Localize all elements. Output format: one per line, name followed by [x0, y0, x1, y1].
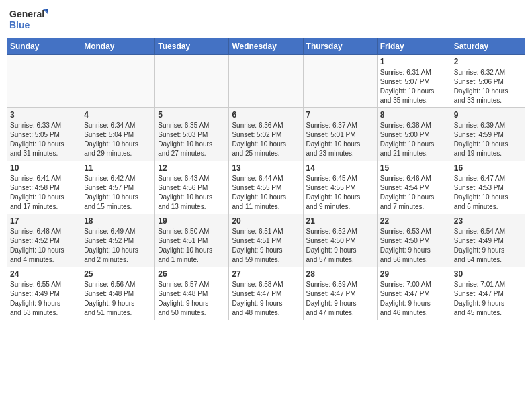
day-info: Sunrise: 6:58 AMSunset: 4:47 PMDaylight:…: [232, 280, 300, 318]
calendar-day-header: Monday: [81, 38, 155, 55]
day-info: Sunrise: 6:55 AMSunset: 4:49 PMDaylight:…: [10, 280, 78, 318]
day-number: 26: [158, 269, 226, 279]
calendar-day-header: Thursday: [303, 38, 377, 55]
day-info: Sunrise: 6:49 AMSunset: 4:52 PMDaylight:…: [84, 227, 152, 265]
day-number: 5: [158, 110, 226, 120]
calendar-week-row: 10Sunrise: 6:41 AMSunset: 4:58 PMDayligh…: [7, 161, 525, 214]
day-info: Sunrise: 7:00 AMSunset: 4:47 PMDaylight:…: [380, 280, 448, 318]
day-info: Sunrise: 6:33 AMSunset: 5:05 PMDaylight:…: [10, 121, 78, 158]
calendar-cell: 11Sunrise: 6:42 AMSunset: 4:57 PMDayligh…: [81, 161, 155, 214]
calendar-cell: 3Sunrise: 6:33 AMSunset: 5:05 PMDaylight…: [7, 108, 81, 161]
day-number: 1: [380, 57, 448, 66]
calendar-week-row: 3Sunrise: 6:33 AMSunset: 5:05 PMDaylight…: [7, 108, 525, 161]
day-number: 29: [380, 269, 448, 279]
calendar-cell: [7, 55, 81, 108]
day-info: Sunrise: 6:31 AMSunset: 5:07 PMDaylight:…: [380, 68, 448, 105]
calendar-header-row: SundayMondayTuesdayWednesdayThursdayFrid…: [7, 38, 525, 55]
calendar-cell: [229, 55, 303, 108]
day-number: 19: [158, 216, 226, 226]
calendar-cell: 17Sunrise: 6:48 AMSunset: 4:52 PMDayligh…: [7, 214, 81, 267]
day-number: 14: [306, 163, 374, 173]
day-info: Sunrise: 6:45 AMSunset: 4:55 PMDaylight:…: [306, 174, 374, 212]
day-number: 6: [232, 110, 300, 120]
calendar-day-header: Friday: [377, 38, 451, 55]
day-number: 21: [306, 216, 374, 226]
calendar-cell: 20Sunrise: 6:51 AMSunset: 4:51 PMDayligh…: [229, 214, 303, 267]
day-number: 27: [232, 269, 300, 279]
day-number: 24: [10, 269, 78, 279]
calendar-cell: [155, 55, 229, 108]
day-number: 20: [232, 216, 300, 226]
day-number: 2: [454, 57, 522, 66]
calendar-day-header: Tuesday: [155, 38, 229, 55]
calendar-cell: 28Sunrise: 6:59 AMSunset: 4:47 PMDayligh…: [303, 267, 377, 320]
day-info: Sunrise: 6:59 AMSunset: 4:47 PMDaylight:…: [306, 280, 374, 318]
day-info: Sunrise: 6:36 AMSunset: 5:02 PMDaylight:…: [232, 121, 300, 158]
day-info: Sunrise: 6:41 AMSunset: 4:58 PMDaylight:…: [10, 174, 78, 212]
logo: General Blue: [9, 7, 50, 32]
calendar-cell: 24Sunrise: 6:55 AMSunset: 4:49 PMDayligh…: [7, 267, 81, 320]
logo-svg: General Blue: [9, 7, 50, 32]
day-info: Sunrise: 6:38 AMSunset: 5:00 PMDaylight:…: [380, 121, 448, 158]
calendar-cell: 7Sunrise: 6:37 AMSunset: 5:01 PMDaylight…: [303, 108, 377, 161]
calendar-cell: 10Sunrise: 6:41 AMSunset: 4:58 PMDayligh…: [7, 161, 81, 214]
day-info: Sunrise: 6:56 AMSunset: 4:48 PMDaylight:…: [84, 280, 152, 318]
day-number: 13: [232, 163, 300, 173]
day-info: Sunrise: 6:53 AMSunset: 4:50 PMDaylight:…: [380, 227, 448, 265]
calendar-cell: 23Sunrise: 6:54 AMSunset: 4:49 PMDayligh…: [451, 214, 525, 267]
day-number: 25: [84, 269, 152, 279]
day-number: 28: [306, 269, 374, 279]
day-number: 3: [10, 110, 78, 120]
calendar-cell: 21Sunrise: 6:52 AMSunset: 4:50 PMDayligh…: [303, 214, 377, 267]
calendar-cell: 18Sunrise: 6:49 AMSunset: 4:52 PMDayligh…: [81, 214, 155, 267]
svg-text:Blue: Blue: [9, 19, 30, 30]
day-info: Sunrise: 6:47 AMSunset: 4:53 PMDaylight:…: [454, 174, 522, 212]
calendar-cell: 30Sunrise: 7:01 AMSunset: 4:47 PMDayligh…: [451, 267, 525, 320]
calendar-day-header: Wednesday: [229, 38, 303, 55]
svg-text:General: General: [9, 9, 44, 19]
day-info: Sunrise: 6:42 AMSunset: 4:57 PMDaylight:…: [84, 174, 152, 212]
calendar-week-row: 1Sunrise: 6:31 AMSunset: 5:07 PMDaylight…: [7, 55, 525, 108]
day-info: Sunrise: 6:54 AMSunset: 4:49 PMDaylight:…: [454, 227, 522, 265]
day-number: 9: [454, 110, 522, 120]
day-info: Sunrise: 6:34 AMSunset: 5:04 PMDaylight:…: [84, 121, 152, 158]
calendar-cell: 12Sunrise: 6:43 AMSunset: 4:56 PMDayligh…: [155, 161, 229, 214]
calendar-cell: 25Sunrise: 6:56 AMSunset: 4:48 PMDayligh…: [81, 267, 155, 320]
day-number: 22: [380, 216, 448, 226]
calendar-cell: 14Sunrise: 6:45 AMSunset: 4:55 PMDayligh…: [303, 161, 377, 214]
calendar-cell: 16Sunrise: 6:47 AMSunset: 4:53 PMDayligh…: [451, 161, 525, 214]
day-number: 23: [454, 216, 522, 226]
calendar-cell: 15Sunrise: 6:46 AMSunset: 4:54 PMDayligh…: [377, 161, 451, 214]
day-info: Sunrise: 6:43 AMSunset: 4:56 PMDaylight:…: [158, 174, 226, 212]
day-info: Sunrise: 6:52 AMSunset: 4:50 PMDaylight:…: [306, 227, 374, 265]
calendar-cell: 6Sunrise: 6:36 AMSunset: 5:02 PMDaylight…: [229, 108, 303, 161]
day-number: 12: [158, 163, 226, 173]
day-info: Sunrise: 6:39 AMSunset: 4:59 PMDaylight:…: [454, 121, 522, 158]
calendar-cell: 2Sunrise: 6:32 AMSunset: 5:06 PMDaylight…: [451, 55, 525, 108]
calendar-day-header: Saturday: [451, 38, 525, 55]
calendar-week-row: 24Sunrise: 6:55 AMSunset: 4:49 PMDayligh…: [7, 267, 525, 320]
day-info: Sunrise: 7:01 AMSunset: 4:47 PMDaylight:…: [454, 280, 522, 318]
day-number: 11: [84, 163, 152, 173]
day-info: Sunrise: 6:51 AMSunset: 4:51 PMDaylight:…: [232, 227, 300, 265]
day-info: Sunrise: 6:44 AMSunset: 4:55 PMDaylight:…: [232, 174, 300, 212]
calendar-cell: 8Sunrise: 6:38 AMSunset: 5:00 PMDaylight…: [377, 108, 451, 161]
calendar-cell: 1Sunrise: 6:31 AMSunset: 5:07 PMDaylight…: [377, 55, 451, 108]
day-number: 15: [380, 163, 448, 173]
calendar-day-header: Sunday: [7, 38, 81, 55]
calendar-cell: 26Sunrise: 6:57 AMSunset: 4:48 PMDayligh…: [155, 267, 229, 320]
calendar-cell: 19Sunrise: 6:50 AMSunset: 4:51 PMDayligh…: [155, 214, 229, 267]
calendar-cell: 4Sunrise: 6:34 AMSunset: 5:04 PMDaylight…: [81, 108, 155, 161]
day-info: Sunrise: 6:32 AMSunset: 5:06 PMDaylight:…: [454, 68, 522, 105]
calendar-cell: 27Sunrise: 6:58 AMSunset: 4:47 PMDayligh…: [229, 267, 303, 320]
day-info: Sunrise: 6:57 AMSunset: 4:48 PMDaylight:…: [158, 280, 226, 318]
calendar-cell: [81, 55, 155, 108]
calendar-cell: 29Sunrise: 7:00 AMSunset: 4:47 PMDayligh…: [377, 267, 451, 320]
day-number: 18: [84, 216, 152, 226]
day-info: Sunrise: 6:35 AMSunset: 5:03 PMDaylight:…: [158, 121, 226, 158]
calendar-cell: 13Sunrise: 6:44 AMSunset: 4:55 PMDayligh…: [229, 161, 303, 214]
day-info: Sunrise: 6:37 AMSunset: 5:01 PMDaylight:…: [306, 121, 374, 158]
day-number: 30: [454, 269, 522, 279]
day-info: Sunrise: 6:48 AMSunset: 4:52 PMDaylight:…: [10, 227, 78, 265]
day-number: 17: [10, 216, 78, 226]
